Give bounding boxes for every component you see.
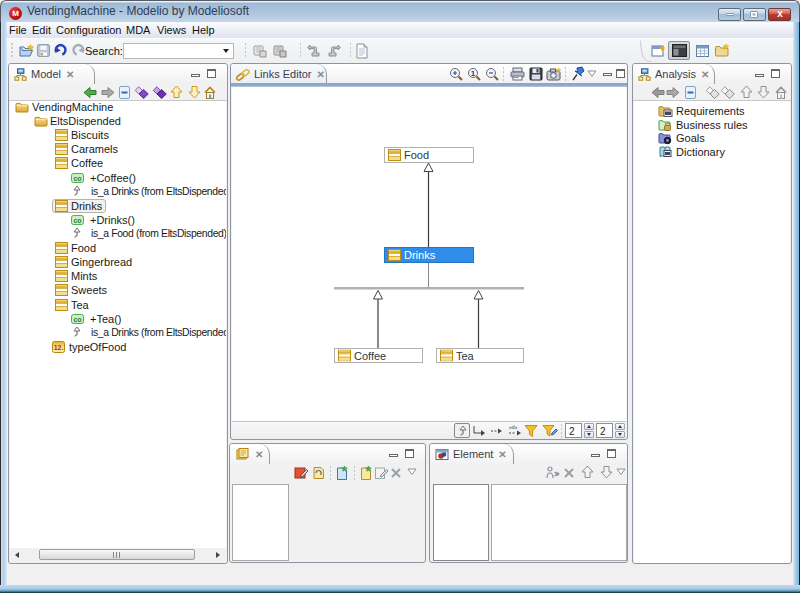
svg-text:1: 1 [471,69,476,78]
svg-text:«d»: «d» [509,424,518,430]
svg-text:Tea: Tea [456,350,475,362]
svg-text:Coffee: Coffee [354,350,386,362]
svg-text:Drinks: Drinks [404,249,436,261]
svg-text:Food: Food [404,149,429,161]
